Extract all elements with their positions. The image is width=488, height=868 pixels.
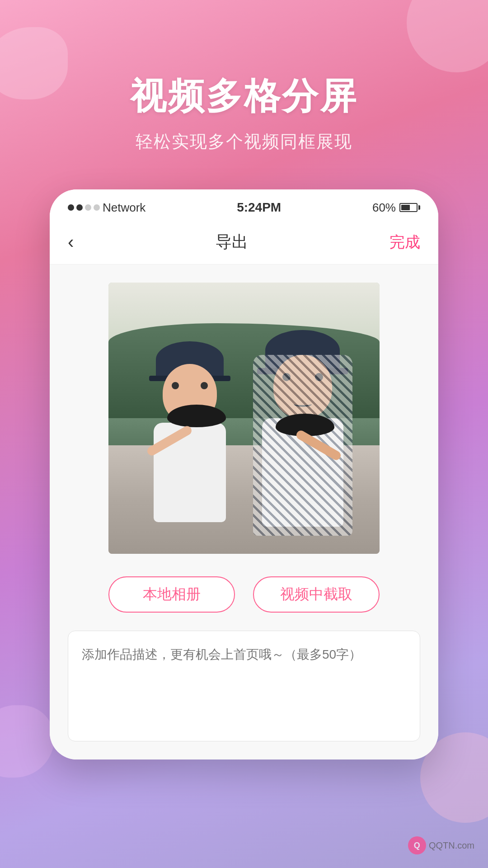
- local-album-button[interactable]: 本地相册: [108, 576, 235, 613]
- nav-bar: ‹ 导出 完成: [50, 222, 438, 264]
- sub-title: 轻松实现多个视频同框展现: [0, 130, 488, 153]
- main-title: 视频多格分屏: [0, 72, 488, 121]
- back-button[interactable]: ‹: [68, 232, 74, 252]
- signal-dots: [68, 204, 100, 211]
- photo-frame: [108, 283, 380, 554]
- battery-tip: [418, 205, 420, 210]
- person-left-body: [154, 423, 226, 522]
- signal-dot-1: [68, 204, 74, 211]
- header-section: 视频多格分屏 轻松实现多个视频同框展现: [0, 0, 488, 180]
- signal-dot-2: [76, 204, 83, 211]
- watermark: Q QQTN.com: [408, 836, 474, 854]
- battery-fill: [401, 205, 410, 210]
- network-label: Network: [103, 201, 145, 215]
- person-right: [253, 355, 352, 536]
- battery-body: [399, 203, 418, 212]
- signal-dot-4: [94, 204, 100, 211]
- action-buttons: 本地相册 视频中截取: [50, 576, 438, 613]
- nav-title: 导出: [216, 231, 248, 253]
- photo-preview: [50, 283, 438, 554]
- battery-icon: [399, 203, 420, 212]
- signal-dot-3: [85, 204, 91, 211]
- status-left: Network: [68, 201, 145, 215]
- status-bar: Network 5:24PM 60%: [50, 189, 438, 222]
- content-area: 本地相册 视频中截取: [50, 264, 438, 760]
- description-input[interactable]: [82, 645, 406, 726]
- description-area[interactable]: [68, 631, 420, 741]
- watermark-logo: Q: [408, 836, 426, 854]
- couple-photo: [108, 283, 380, 554]
- status-time: 5:24PM: [237, 200, 281, 215]
- done-button[interactable]: 完成: [389, 232, 420, 253]
- status-right: 60%: [372, 201, 420, 215]
- battery-percent: 60%: [372, 201, 396, 215]
- phone-container: Network 5:24PM 60% ‹ 导出 完成: [0, 189, 488, 760]
- phone-mockup: Network 5:24PM 60% ‹ 导出 完成: [50, 189, 438, 760]
- video-capture-button[interactable]: 视频中截取: [253, 576, 380, 613]
- watermark-text: QQTN.com: [429, 840, 474, 851]
